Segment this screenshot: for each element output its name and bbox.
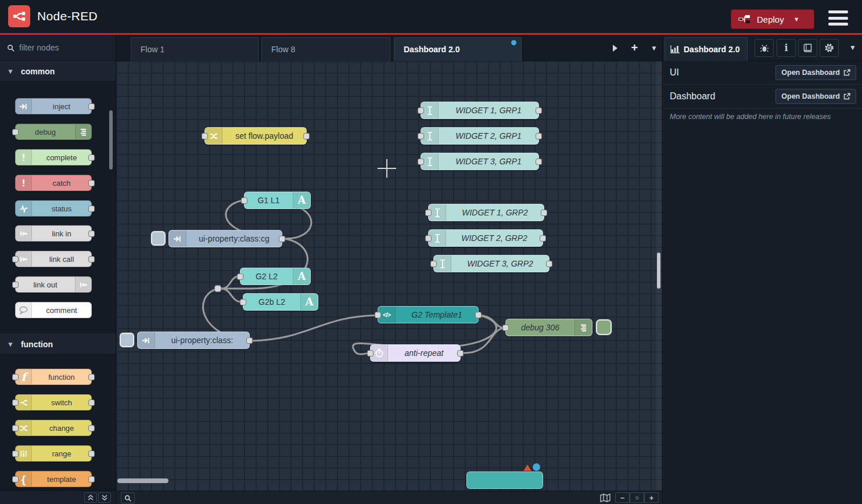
palette-scrollbar[interactable] xyxy=(109,110,113,170)
flow-node-widget-1-grp2[interactable]: WIDGET 1, GRP2 xyxy=(428,204,544,221)
output-port[interactable] xyxy=(88,154,95,161)
flow-node-ui-property-class-cg[interactable]: ui-property:class:cg xyxy=(168,230,282,247)
input-port[interactable] xyxy=(502,325,509,331)
input-port[interactable] xyxy=(418,133,424,139)
input-port[interactable] xyxy=(12,476,19,483)
open-dashboard-button-ui[interactable]: Open Dashboard xyxy=(775,65,856,80)
input-port[interactable] xyxy=(12,399,19,406)
flow-node-widget-2-grp1[interactable]: WIDGET 2, GRP1 xyxy=(421,127,539,145)
flow-node-debug-306[interactable]: debug 306 xyxy=(505,319,592,336)
output-port[interactable] xyxy=(536,133,542,139)
flow-node-widget-2-grp2[interactable]: WIDGET 2, GRP2 xyxy=(428,229,543,247)
palette-node-template[interactable]: {template xyxy=(15,471,92,487)
flow-node-g2b-l2[interactable]: G2b L2A xyxy=(243,293,318,311)
wire-junction[interactable] xyxy=(214,285,221,292)
flow-node-widget-1-grp1[interactable]: WIDGET 1, GRP1 xyxy=(421,102,539,119)
input-port[interactable] xyxy=(367,350,373,357)
flow-node-set-flow-payload[interactable]: set flow.payload xyxy=(204,127,307,145)
output-port[interactable] xyxy=(279,236,285,242)
palette-node-status[interactable]: status xyxy=(15,200,92,217)
open-dashboard-button-dashboard[interactable]: Open Dashboard xyxy=(775,89,856,104)
debug-sidebar-button[interactable] xyxy=(755,39,774,57)
input-port[interactable] xyxy=(418,107,424,114)
palette-node-debug[interactable]: debug xyxy=(15,124,92,140)
input-port[interactable] xyxy=(240,299,246,305)
zoom-out-button[interactable]: − xyxy=(615,492,630,503)
settings-sidebar-button[interactable] xyxy=(820,39,839,57)
output-port[interactable] xyxy=(88,374,95,380)
expand-all-button[interactable] xyxy=(98,492,111,503)
palette-node-inject[interactable]: inject xyxy=(15,98,92,114)
output-port[interactable] xyxy=(457,350,464,357)
input-port[interactable] xyxy=(12,282,19,288)
tab-scroll-right-button[interactable] xyxy=(612,44,618,52)
output-port[interactable] xyxy=(540,235,546,242)
palette-node-link-out[interactable]: link out xyxy=(15,276,92,293)
canvas-search-button[interactable] xyxy=(121,492,135,503)
palette-category-common[interactable]: ▼common xyxy=(0,61,116,82)
output-port[interactable] xyxy=(536,159,542,165)
collapse-all-button[interactable] xyxy=(84,492,97,503)
output-port[interactable] xyxy=(88,103,95,110)
input-port[interactable] xyxy=(12,425,19,431)
help-sidebar-button[interactable] xyxy=(798,39,817,57)
navigator-map-button[interactable] xyxy=(600,494,610,502)
palette-node-change[interactable]: change xyxy=(15,420,92,436)
palette-node-link-in[interactable]: link in xyxy=(15,225,92,242)
canvas-vscroll-handle[interactable] xyxy=(657,253,660,289)
tab-flow-1[interactable]: Flow 1 xyxy=(131,37,258,61)
output-port[interactable] xyxy=(88,206,95,212)
output-port[interactable] xyxy=(303,133,310,139)
output-port[interactable] xyxy=(475,312,482,318)
flow-node-g2-template1[interactable]: </>G2 Template1 xyxy=(378,306,479,323)
input-port[interactable] xyxy=(12,451,19,457)
palette-node-link-call[interactable]: link call xyxy=(15,251,92,267)
input-port[interactable] xyxy=(202,133,208,139)
info-sidebar-button[interactable]: i xyxy=(777,39,796,57)
output-port[interactable] xyxy=(246,337,253,344)
sidebar-tab-dashboard[interactable]: Dashboard 2.0 xyxy=(665,37,748,61)
flow-list-button[interactable]: ▼ xyxy=(651,44,658,52)
output-port[interactable] xyxy=(88,425,95,431)
palette-node-switch[interactable]: switch xyxy=(15,394,92,411)
palette-category-function[interactable]: ▼function xyxy=(0,334,116,355)
input-port[interactable] xyxy=(237,273,243,280)
output-port[interactable] xyxy=(88,451,95,457)
main-menu-button[interactable] xyxy=(828,10,848,26)
deploy-button[interactable]: Deploy ▼ xyxy=(731,9,814,29)
add-flow-button[interactable]: + xyxy=(631,41,638,55)
palette-node-function[interactable]: ffunction xyxy=(15,369,92,385)
palette-node-catch[interactable]: !catch xyxy=(15,175,92,191)
deploy-caret-icon[interactable]: ▼ xyxy=(793,16,800,23)
zoom-in-button[interactable]: + xyxy=(644,492,659,503)
flow-node-partial[interactable] xyxy=(466,471,543,489)
inject-trigger-button[interactable] xyxy=(120,333,134,347)
flow-node-ui-property-class[interactable]: ui-property:class: xyxy=(137,332,250,349)
input-port[interactable] xyxy=(425,235,432,242)
input-port[interactable] xyxy=(12,374,19,380)
palette-filter-input[interactable]: filter nodes xyxy=(0,35,116,61)
palette-node-range[interactable]: range xyxy=(15,445,92,462)
palette-node-comment[interactable]: comment xyxy=(15,302,92,318)
tab-dashboard-2-0[interactable]: Dashboard 2.0 xyxy=(394,37,522,61)
input-port[interactable] xyxy=(430,261,437,267)
output-port[interactable] xyxy=(88,231,95,237)
flow-node-widget-3-grp2[interactable]: WIDGET 3, GRP2 xyxy=(433,255,549,272)
input-port[interactable] xyxy=(241,197,247,204)
canvas-hscroll-handle[interactable] xyxy=(117,478,168,483)
output-port[interactable] xyxy=(88,399,95,406)
flow-node-widget-3-grp1[interactable]: WIDGET 3, GRP1 xyxy=(421,153,539,170)
flow-canvas[interactable]: set flow.payloadWIDGET 1, GRP1WIDGET 2, … xyxy=(116,61,662,491)
flow-node-g2-l2[interactable]: G2 L2A xyxy=(240,268,311,285)
output-port[interactable] xyxy=(546,261,552,267)
palette-node-complete[interactable]: !complete xyxy=(15,149,92,165)
sidebar-tab-list-button[interactable]: ▼ xyxy=(849,44,856,52)
inject-trigger-button[interactable] xyxy=(151,231,166,246)
input-port[interactable] xyxy=(375,312,381,318)
input-port[interactable] xyxy=(12,129,19,135)
output-port[interactable] xyxy=(88,476,95,483)
input-port[interactable] xyxy=(418,159,424,165)
output-port[interactable] xyxy=(541,210,547,216)
tab-flow-8[interactable]: Flow 8 xyxy=(261,37,390,61)
output-port[interactable] xyxy=(536,107,542,114)
